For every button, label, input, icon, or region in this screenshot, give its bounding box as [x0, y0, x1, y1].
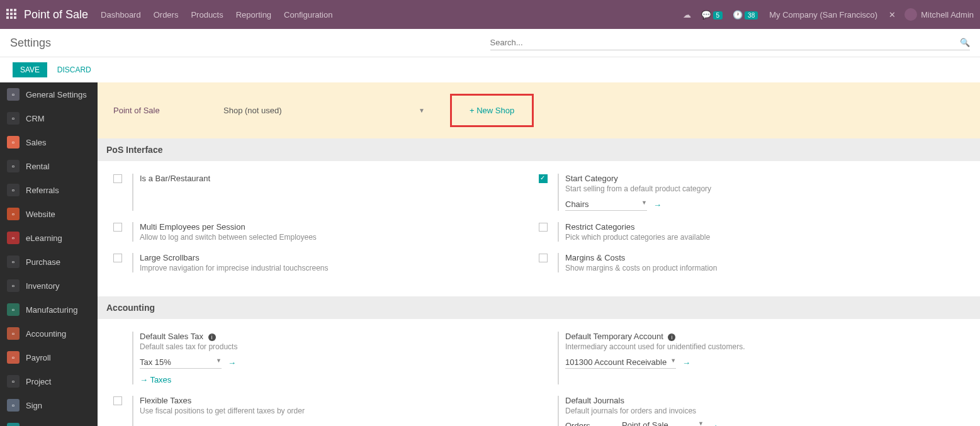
nav-reporting[interactable]: Reporting: [236, 10, 271, 20]
shop-selected-value: Shop (not used): [223, 106, 282, 115]
label-large-scrollbars: Large Scrollbars: [140, 253, 539, 262]
content-area: Point of Sale Shop (not used) ▼ + New Sh…: [98, 82, 980, 426]
apps-menu-icon[interactable]: [6, 9, 18, 20]
activities-icon[interactable]: 🕐38: [733, 10, 758, 20]
checkbox-multi-employees[interactable]: [113, 223, 122, 232]
sidebar-item-label: Referrals: [26, 186, 91, 195]
sidebar-app-icon: ▫: [7, 255, 20, 268]
sidebar-app-icon: ▫: [7, 88, 20, 101]
sidebar-app-icon: ▫: [7, 351, 20, 364]
chevron-down-icon: ▼: [698, 420, 704, 426]
sidebar-item-planning[interactable]: ▫Planning: [0, 417, 98, 426]
chevron-down-icon: ▼: [216, 357, 222, 367]
discard-button[interactable]: DISCARD: [57, 65, 91, 74]
setting-restrict-categories: Restrict Categories Pick which product c…: [539, 222, 964, 242]
checkbox-flexible-taxes[interactable]: [113, 396, 122, 405]
activities-badge: 38: [745, 11, 758, 20]
orders-journal-select[interactable]: Point of Sale ▼: [622, 419, 704, 426]
sidebar-item-referrals[interactable]: ▫Referrals: [0, 178, 98, 202]
orders-journal-value: Point of Sale: [622, 420, 668, 426]
info-icon[interactable]: i: [668, 334, 675, 341]
checkbox-bar-restaurant[interactable]: [113, 174, 122, 183]
brand-title[interactable]: Point of Sale: [24, 8, 88, 21]
temp-account-link-icon[interactable]: →: [682, 358, 690, 367]
sidebar-item-inventory[interactable]: ▫Inventory: [0, 274, 98, 298]
label-start-category: Start Category: [565, 174, 964, 183]
setting-bar-restaurant: Is a Bar/Restaurant: [113, 174, 539, 211]
sidebar-app-icon: ▫: [7, 327, 20, 340]
debug-icon[interactable]: ✕: [889, 10, 896, 20]
user-avatar[interactable]: [904, 8, 917, 21]
label-default-journals: Default Journals: [565, 396, 964, 405]
sidebar-item-website[interactable]: ▫Website: [0, 202, 98, 226]
support-icon[interactable]: ☁: [683, 10, 691, 20]
sidebar-item-crm[interactable]: ▫CRM: [0, 106, 98, 130]
sidebar-app-icon: ▫: [7, 279, 20, 292]
header-row: Settings 🔍: [0, 29, 980, 57]
default-tax-link-icon[interactable]: →: [228, 358, 236, 367]
checkbox-restrict-categories[interactable]: [539, 223, 548, 232]
company-selector[interactable]: My Company (San Francisco): [769, 10, 877, 20]
label-bar-restaurant: Is a Bar/Restaurant: [140, 174, 539, 183]
sidebar-app-icon: ▫: [7, 232, 20, 244]
sidebar-item-label: Sign: [26, 401, 91, 410]
sidebar-item-rental[interactable]: ▫Rental: [0, 154, 98, 178]
nav-orders[interactable]: Orders: [154, 10, 179, 20]
sidebar-item-project[interactable]: ▫Project: [0, 369, 98, 393]
desc-multi-employees: Allow to log and switch between selected…: [140, 233, 539, 242]
sidebar-item-elearning[interactable]: ▫eLearning: [0, 226, 98, 250]
temp-account-select[interactable]: 101300 Account Receivable ▼: [565, 356, 676, 369]
messages-badge: 5: [713, 11, 723, 20]
checkbox-large-scrollbars[interactable]: [113, 254, 122, 262]
desc-start-category: Start selling from a default product cat…: [565, 184, 964, 193]
page-title: Settings: [10, 36, 490, 50]
new-shop-highlight: + New Shop: [450, 94, 534, 127]
sidebar-item-label: Sales: [26, 138, 91, 147]
start-category-select[interactable]: Chairs ▼: [565, 198, 647, 211]
setting-start-category: Start Category Start selling from a defa…: [539, 174, 964, 211]
label-temp-account: Default Temporary Account i: [565, 332, 964, 341]
sidebar-item-label: Accounting: [26, 329, 91, 339]
search-icon[interactable]: 🔍: [960, 38, 970, 47]
sidebar-item-payroll[interactable]: ▫Payroll: [0, 345, 98, 369]
setting-margins-costs: Margins & Costs Show margins & costs on …: [539, 253, 964, 272]
sidebar-item-manufacturing[interactable]: ▫Manufacturing: [0, 298, 98, 322]
pos-config-bar: Point of Sale Shop (not used) ▼ + New Sh…: [98, 82, 980, 138]
sidebar-item-general-settings[interactable]: ▫General Settings: [0, 82, 98, 106]
sidebar-app-icon: ▫: [7, 184, 20, 196]
messages-icon[interactable]: 💬5: [701, 10, 723, 20]
user-name[interactable]: Mitchell Admin: [921, 10, 974, 20]
sidebar-item-sales[interactable]: ▫Sales: [0, 130, 98, 154]
desc-flexible-taxes: Use fiscal positions to get different ta…: [140, 406, 539, 415]
orders-journal-label: Orders: [565, 421, 622, 427]
section-accounting: Accounting: [98, 296, 980, 319]
sidebar-item-sign[interactable]: ▫Sign: [0, 393, 98, 417]
shop-selector[interactable]: Shop (not used) ▼: [223, 106, 425, 116]
setting-flexible-taxes: Flexible Taxes Use fiscal positions to g…: [113, 396, 539, 426]
checkbox-margins-costs[interactable]: [539, 254, 548, 262]
label-default-sales-tax: Default Sales Tax i: [140, 332, 539, 341]
desc-large-scrollbars: Improve navigation for imprecise industr…: [140, 264, 539, 272]
checkbox-start-category[interactable]: [539, 174, 548, 183]
start-category-link-icon[interactable]: →: [653, 200, 662, 210]
sidebar-item-label: eLearning: [26, 233, 91, 243]
desc-default-journals: Default journals for orders and invoices: [565, 406, 964, 415]
search-wrap: 🔍: [490, 35, 971, 50]
info-icon[interactable]: i: [208, 334, 216, 341]
new-shop-button[interactable]: + New Shop: [470, 106, 514, 115]
sidebar-app-icon: ▫: [7, 423, 20, 426]
orders-journal-link-icon[interactable]: →: [710, 421, 718, 427]
label-multi-employees: Multi Employees per Session: [140, 222, 539, 232]
sidebar-item-accounting[interactable]: ▫Accounting: [0, 322, 98, 345]
save-button[interactable]: SAVE: [13, 62, 47, 77]
nav-dashboard[interactable]: Dashboard: [101, 10, 141, 20]
default-tax-select[interactable]: Tax 15% ▼: [140, 356, 222, 369]
nav-products[interactable]: Products: [191, 10, 223, 20]
label-margins-costs: Margins & Costs: [565, 253, 964, 262]
desc-temp-account: Intermediary account used for unidentifi…: [565, 342, 964, 351]
sidebar-item-purchase[interactable]: ▫Purchase: [0, 250, 98, 274]
taxes-link[interactable]: Taxes: [140, 375, 171, 384]
sidebar-app-icon: ▫: [7, 375, 20, 388]
search-input[interactable]: [490, 38, 957, 47]
nav-configuration[interactable]: Configuration: [284, 10, 332, 20]
